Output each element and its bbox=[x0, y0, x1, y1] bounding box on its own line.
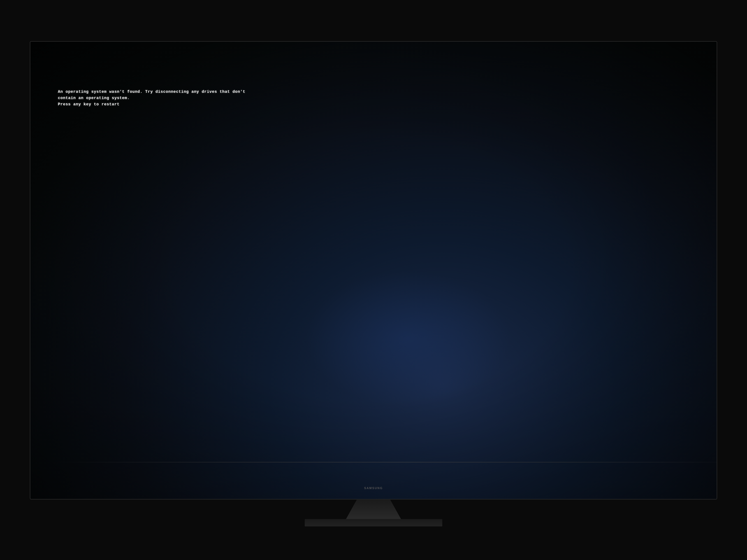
error-line-3: Press any key to restart bbox=[58, 101, 689, 108]
samsung-logo: SAMSUNG bbox=[364, 487, 383, 490]
error-line-2: contain an operating system. bbox=[58, 95, 689, 101]
screen: An operating system wasn't found. Try di… bbox=[30, 42, 717, 499]
monitor-stand bbox=[346, 499, 401, 519]
monitor: An operating system wasn't found. Try di… bbox=[30, 41, 717, 499]
monitor-base bbox=[305, 519, 442, 527]
error-line-1: An operating system wasn't found. Try di… bbox=[58, 89, 689, 95]
error-message-block: An operating system wasn't found. Try di… bbox=[58, 89, 689, 108]
photo-frame: An operating system wasn't found. Try di… bbox=[30, 33, 717, 527]
bottom-bar bbox=[58, 462, 717, 462]
